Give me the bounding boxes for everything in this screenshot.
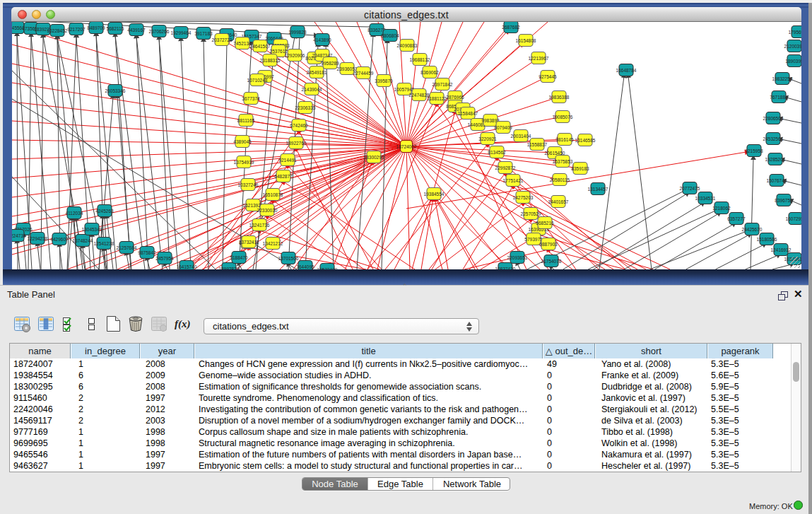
svg-text:22744459: 22744459 <box>353 71 374 76</box>
svg-text:10228452: 10228452 <box>47 28 68 33</box>
svg-text:5685216: 5685216 <box>536 221 554 226</box>
svg-text:8811165: 8811165 <box>237 118 255 123</box>
svg-text:15076749: 15076749 <box>767 178 787 183</box>
svg-text:19836388: 19836388 <box>549 95 570 100</box>
svg-text:24090883: 24090883 <box>397 43 418 48</box>
svg-text:21200396: 21200396 <box>784 44 801 49</box>
svg-text:16510878: 16510878 <box>263 192 283 197</box>
svg-text:10837430: 10837430 <box>495 267 516 270</box>
svg-text:3644095: 3644095 <box>296 264 314 269</box>
svg-text:5793975: 5793975 <box>524 237 543 242</box>
svg-text:11584847: 11584847 <box>458 111 478 116</box>
svg-text:9958289: 9958289 <box>321 61 339 66</box>
svg-text:10710248: 10710248 <box>247 78 268 83</box>
svg-text:13732411: 13732411 <box>239 240 259 245</box>
svg-text:9816145: 9816145 <box>555 137 574 142</box>
svg-text:8224730: 8224730 <box>12 233 26 238</box>
svg-text:9275445: 9275445 <box>539 74 557 79</box>
svg-text:7671884: 7671884 <box>770 95 788 100</box>
svg-text:20580115: 20580115 <box>550 177 570 182</box>
svg-text:3677374: 3677374 <box>242 96 260 101</box>
svg-text:15375853: 15375853 <box>553 159 573 164</box>
svg-text:5682115: 5682115 <box>107 26 124 31</box>
svg-text:13146585: 13146585 <box>575 138 596 143</box>
svg-text:17751421: 17751421 <box>503 178 524 183</box>
svg-text:16154808: 16154808 <box>516 38 536 43</box>
svg-text:3395870: 3395870 <box>375 78 393 83</box>
svg-text:16415740: 16415740 <box>177 264 197 269</box>
svg-text:1218062: 1218062 <box>712 206 731 211</box>
svg-text:19085076: 19085076 <box>553 115 573 119</box>
svg-text:22330030: 22330030 <box>257 208 278 213</box>
svg-text:2876966: 2876966 <box>446 95 464 100</box>
svg-text:12213967: 12213967 <box>529 56 549 61</box>
svg-text:22306335: 22306335 <box>295 105 316 110</box>
svg-text:22806503: 22806503 <box>763 116 784 121</box>
svg-text:10334531: 10334531 <box>695 196 716 201</box>
svg-text:23971842: 23971842 <box>433 82 453 87</box>
svg-text:20772475: 20772475 <box>680 186 700 191</box>
svg-text:19523409: 19523409 <box>317 267 338 270</box>
svg-text:19285201: 19285201 <box>765 157 786 162</box>
svg-text:12416912: 12416912 <box>771 247 792 252</box>
svg-text:24641507: 24641507 <box>250 44 271 49</box>
svg-text:7452134: 7452134 <box>233 41 252 46</box>
svg-text:22992872: 22992872 <box>495 165 516 170</box>
svg-text:8134562: 8134562 <box>488 150 506 155</box>
svg-text:21257684: 21257684 <box>117 245 137 250</box>
svg-text:17956909: 17956909 <box>789 30 801 35</box>
svg-text:19299464: 19299464 <box>171 30 192 35</box>
svg-text:f(x): f(x) <box>175 318 191 330</box>
svg-text:23188315: 23188315 <box>260 58 281 63</box>
svg-text:9217207: 9217207 <box>67 27 86 32</box>
svg-text:9214491: 9214491 <box>278 158 297 163</box>
svg-text:4245263: 4245263 <box>95 209 114 214</box>
svg-text:2687682: 2687682 <box>502 25 520 30</box>
svg-text:8359183: 8359183 <box>571 166 589 171</box>
svg-text:13241736: 13241736 <box>249 223 270 228</box>
svg-text:3220921: 3220921 <box>478 136 497 141</box>
svg-text:8489709: 8489709 <box>87 25 105 30</box>
svg-text:10327246: 10327246 <box>238 182 259 187</box>
svg-text:4143890: 4143890 <box>313 37 331 42</box>
svg-text:9215958: 9215958 <box>745 148 763 153</box>
svg-text:18922760: 18922760 <box>286 141 307 146</box>
svg-text:11881122: 11881122 <box>427 96 447 101</box>
svg-text:22093651: 22093651 <box>507 255 528 260</box>
svg-text:12541238: 12541238 <box>94 241 114 246</box>
svg-text:6482877: 6482877 <box>274 174 293 179</box>
svg-text:12920906: 12920906 <box>285 53 305 58</box>
svg-text:19688132: 19688132 <box>410 57 430 62</box>
svg-text:14401657: 14401657 <box>548 199 569 204</box>
svg-text:18992829: 18992829 <box>219 267 240 270</box>
svg-text:4389045: 4389045 <box>233 139 252 144</box>
svg-text:1999828: 1999828 <box>288 30 307 35</box>
svg-text:19384554: 19384554 <box>424 192 445 197</box>
svg-text:23706266: 23706266 <box>149 29 170 34</box>
svg-text:24549181: 24549181 <box>307 70 327 75</box>
svg-text:16648784: 16648784 <box>616 68 637 73</box>
svg-text:26053346: 26053346 <box>105 88 126 93</box>
svg-text:5188470: 5188470 <box>230 255 248 260</box>
svg-text:8806804: 8806804 <box>381 33 399 38</box>
svg-text:11558837: 11558837 <box>527 142 548 147</box>
svg-text:13701506: 13701506 <box>278 256 299 261</box>
svg-text:24532561: 24532561 <box>763 136 784 141</box>
svg-text:10057945: 10057945 <box>394 87 415 92</box>
svg-text:13748244: 13748244 <box>73 238 93 243</box>
svg-text:20031404: 20031404 <box>511 134 531 139</box>
svg-text:13754919: 13754919 <box>234 160 254 165</box>
svg-text:8079409: 8079409 <box>494 125 512 130</box>
svg-text:13421212: 13421212 <box>263 241 283 246</box>
svg-text:18724007: 18724007 <box>396 144 417 149</box>
svg-text:18300295: 18300295 <box>364 155 384 160</box>
svg-text:19832259: 19832259 <box>772 76 793 81</box>
svg-text:4112034: 4112034 <box>66 211 83 216</box>
svg-text:6742460: 6742460 <box>290 123 308 128</box>
svg-text:4429607: 4429607 <box>50 237 69 242</box>
svg-text:14275203: 14275203 <box>513 195 534 200</box>
svg-text:4439167: 4439167 <box>127 28 146 33</box>
svg-text:15180586: 15180586 <box>757 237 777 242</box>
svg-text:2457954: 2457954 <box>155 256 174 261</box>
svg-text:1890399: 1890399 <box>785 59 801 64</box>
